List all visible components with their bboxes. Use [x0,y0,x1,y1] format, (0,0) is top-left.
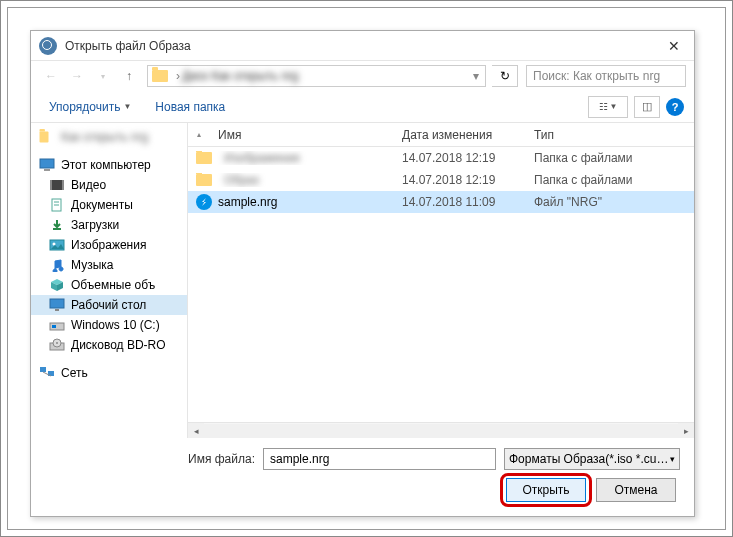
svg-rect-2 [50,180,64,190]
dialog-title: Открыть файл Образа [65,39,654,53]
nav-back-icon[interactable]: ← [39,64,63,88]
filename-label: Имя файла: [45,452,255,466]
desktop-icon [49,298,65,312]
column-name[interactable]: Имя [210,128,394,142]
address-bar[interactable]: › Диск Как открыть nrg ▾ [147,65,486,87]
file-name: Изображения [224,151,299,165]
svg-rect-12 [55,309,59,311]
chevron-down-icon: ▾ [670,454,675,464]
open-button[interactable]: Открыть [506,478,586,502]
tree-item-desktop[interactable]: Рабочий стол [31,295,187,315]
file-name: sample.nrg [218,195,277,209]
tree-item-downloads[interactable]: Загрузки [31,215,187,235]
column-date[interactable]: Дата изменения [394,128,526,142]
file-type: Папка с файлами [526,151,694,165]
tree-item-3dobjects[interactable]: Объемные объ [31,275,187,295]
tree-item-music[interactable]: Музыка [31,255,187,275]
drive-icon [49,318,65,332]
sort-indicator-icon[interactable]: ▴ [188,130,210,139]
file-type: Файл "NRG" [526,195,694,209]
nav-forward-icon[interactable]: → [65,64,89,88]
svg-point-17 [56,342,58,344]
cancel-button[interactable]: Отмена [596,478,676,502]
file-type: Папка с файлами [526,173,694,187]
app-icon [39,37,57,55]
folder-tree[interactable]: Как открыть nrg Этот компьютер Видео Док… [31,123,188,438]
svg-rect-14 [52,325,56,328]
tree-item-documents[interactable]: Документы [31,195,187,215]
help-icon[interactable]: ? [666,98,684,116]
cube-icon [49,278,65,292]
tree-item-quick[interactable]: Как открыть nrg [31,127,187,147]
chevron-down-icon[interactable]: ▾ [473,69,479,83]
pictures-icon [49,238,65,252]
column-type[interactable]: Тип [526,128,694,142]
nrg-file-icon [196,194,212,210]
svg-rect-0 [40,159,54,168]
file-date: 14.07.2018 12:19 [394,173,526,187]
folder-icon [196,174,212,186]
search-placeholder: Поиск: Как открыть nrg [533,69,660,83]
computer-icon [39,158,55,172]
file-type-filter[interactable]: Форматы Образа(*.iso *.cue *. ▾ [504,448,680,470]
file-date: 14.07.2018 11:09 [394,195,526,209]
disc-drive-icon [49,338,65,352]
svg-rect-11 [50,299,64,308]
scroll-right-icon[interactable]: ▸ [678,423,694,439]
close-icon[interactable]: ✕ [654,31,694,61]
view-mode-button[interactable]: ☷▼ [588,96,628,118]
downloads-icon [49,218,65,232]
video-icon [49,178,65,192]
chevron-down-icon: ▼ [123,102,131,111]
file-row[interactable]: Образ14.07.2018 12:19Папка с файлами [188,169,694,191]
nav-recent-icon[interactable]: ▾ [91,64,115,88]
nav-up-icon[interactable]: ↑ [117,64,141,88]
music-icon [49,258,65,272]
tree-item-cdrive[interactable]: Windows 10 (C:) [31,315,187,335]
tree-item-pictures[interactable]: Изображения [31,235,187,255]
h-scrollbar[interactable]: ◂ ▸ [188,422,694,438]
refresh-icon[interactable]: ↻ [492,65,518,87]
svg-rect-1 [44,169,50,171]
organize-button[interactable]: Упорядочить ▼ [41,96,139,118]
file-row[interactable]: Изображения14.07.2018 12:19Папка с файла… [188,147,694,169]
scroll-left-icon[interactable]: ◂ [188,423,204,439]
filename-input[interactable] [263,448,496,470]
documents-icon [49,198,65,212]
file-row[interactable]: sample.nrg14.07.2018 11:09Файл "NRG" [188,191,694,213]
svg-rect-3 [50,180,52,190]
folder-icon [152,70,168,82]
file-date: 14.07.2018 12:19 [394,151,526,165]
svg-rect-4 [62,180,64,190]
tree-item-this-pc[interactable]: Этот компьютер [31,155,187,175]
svg-rect-18 [40,367,46,372]
tree-item-network[interactable]: Сеть [31,363,187,383]
file-name: Образ [224,173,259,187]
network-icon [39,366,55,380]
folder-icon [196,152,212,164]
tree-item-video[interactable]: Видео [31,175,187,195]
search-input[interactable]: Поиск: Как открыть nrg [526,65,686,87]
new-folder-button[interactable]: Новая папка [147,96,233,118]
tree-item-bddrive[interactable]: Дисковод BD-RO [31,335,187,355]
column-headers: ▴ Имя Дата изменения Тип [188,123,694,147]
preview-pane-button[interactable]: ◫ [634,96,660,118]
address-path: Диск Как открыть nrg [182,69,473,83]
chevron-right-icon: › [176,69,180,83]
